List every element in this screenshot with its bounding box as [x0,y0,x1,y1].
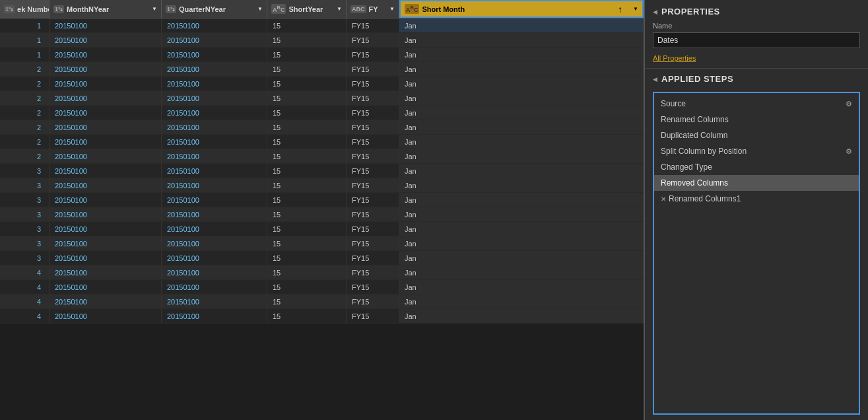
cell-shortmonth: Jan [399,18,644,32]
cell-week-number: 2 [0,120,50,134]
cell-quarternyear: 20150100 [162,295,267,308]
table-row: 1 20150100 20150100 15 FY15 Jan [0,18,644,33]
step-item-renamed-columns1[interactable]: ✕ Renamed Columns1 [654,191,859,207]
step-item-split-column-by-position[interactable]: Split Column by Position ⚙ [654,143,859,159]
all-properties-link[interactable]: All Properties [653,54,696,62]
cell-fy: FY15 [347,251,399,265]
cell-shortyear: 15 [267,149,347,163]
shortyear-type-icon: ABC [271,4,286,14]
step-gear-icon[interactable]: ⚙ [846,100,852,108]
cell-fy: FY15 [347,236,399,250]
cell-fy: FY15 [347,164,399,178]
cell-shortyear: 15 [267,309,347,323]
cell-shortyear: 15 [267,62,347,76]
shortyear-dropdown-arrow[interactable]: ▼ [337,6,342,12]
table-row: 2 20150100 20150100 15 FY15 Jan [0,77,644,91]
step-item-duplicated-column[interactable]: Duplicated Column [654,127,859,143]
properties-header: ◀ PROPERTIES [653,7,860,17]
cell-quarternyear: 20150100 [162,280,267,294]
cell-shortmonth: Jan [399,207,644,221]
table-row: 2 20150100 20150100 15 FY15 Jan [0,135,644,149]
cell-fy: FY15 [347,91,399,105]
cell-fy: FY15 [347,149,399,163]
table-row: 3 20150100 20150100 15 FY15 Jan [0,251,644,265]
cell-quarternyear: 20150100 [162,120,267,134]
cell-shortmonth: Jan [399,106,644,120]
step-x-icon[interactable]: ✕ [661,195,666,203]
cell-fy: FY15 [347,120,399,134]
cell-week-number: 3 [0,207,50,221]
shortmonth-type-icon: ABC [405,4,419,14]
cell-week-number: 1 [0,18,50,32]
step-item-changed-type[interactable]: Changed Type [654,159,859,175]
cell-monthnyear: 20150100 [50,193,162,207]
name-input[interactable] [653,32,860,48]
cell-week-number: 2 [0,106,50,120]
cell-monthnyear: 20150100 [50,33,162,47]
cell-week-number: 3 [0,193,50,207]
step-item-source[interactable]: Source ⚙ [654,96,859,112]
step-item-renamed-columns[interactable]: Renamed Columns [654,112,859,127]
cell-shortmonth: Jan [399,251,644,265]
cell-shortyear: 15 [267,135,347,149]
cell-shortyear: 15 [267,178,347,192]
cell-week-number: 4 [0,309,50,323]
col-header-fy[interactable]: ABC FY ▼ [347,0,399,18]
col-header-fy-label: FY [369,5,378,13]
cell-shortyear: 15 [267,222,347,236]
table-header: 1²₃ ek Number ▼ 1²₃ MonthNYear ▼ 1²₃ Qua… [0,0,644,18]
col-header-quarternyear-label: QuarterNYear [179,5,226,13]
monthnyear-dropdown-arrow[interactable]: ▼ [152,6,157,12]
table-row: 1 20150100 20150100 15 FY15 Jan [0,33,644,48]
table-row: 3 20150100 20150100 15 FY15 Jan [0,178,644,193]
step-label-renamed-columns1: Renamed Columns1 [669,194,852,203]
cell-monthnyear: 20150100 [50,295,162,308]
cell-monthnyear: 20150100 [50,164,162,178]
cell-shortyear: 15 [267,193,347,207]
table-row: 2 20150100 20150100 15 FY15 Jan [0,106,644,120]
cell-monthnyear: 20150100 [50,48,162,61]
cell-monthnyear: 20150100 [50,91,162,105]
step-gear-icon[interactable]: ⚙ [846,147,852,156]
quarternyear-dropdown-arrow[interactable]: ▼ [257,6,263,12]
properties-section: ◀ PROPERTIES Name All Properties [645,0,868,69]
cell-fy: FY15 [347,265,399,279]
cell-shortmonth: Jan [399,135,644,149]
table-row: 4 20150100 20150100 15 FY15 Jan [0,265,644,280]
properties-collapse-icon[interactable]: ◀ [653,9,657,15]
cell-quarternyear: 20150100 [162,265,267,279]
cell-shortmonth: Jan [399,33,644,47]
shortmonth-dropdown-arrow[interactable]: ▼ [633,6,638,12]
cell-shortmonth: Jan [399,48,644,61]
fy-dropdown-arrow[interactable]: ▼ [389,6,395,12]
cell-shortyear: 15 [267,18,347,32]
cell-week-number: 4 [0,265,50,279]
cell-week-number: 4 [0,280,50,294]
cell-monthnyear: 20150100 [50,62,162,76]
col-header-week-number[interactable]: 1²₃ ek Number ▼ [0,0,50,18]
col-header-monthnyear[interactable]: 1²₃ MonthNYear ▼ [50,0,162,18]
col-header-quarternyear[interactable]: 1²₃ QuarterNYear ▼ [162,0,267,18]
cell-fy: FY15 [347,178,399,192]
col-header-shortyear[interactable]: ABC ShortYear ▼ [267,0,347,18]
cell-quarternyear: 20150100 [162,207,267,221]
cell-fy: FY15 [347,295,399,308]
table-row: 3 20150100 20150100 15 FY15 Jan [0,207,644,222]
step-item-removed-columns[interactable]: Removed Columns [654,175,859,191]
cell-shortmonth: Jan [399,280,644,294]
step-label-split-column-by-position: Split Column by Position [661,147,846,156]
table-row: 2 20150100 20150100 15 FY15 Jan [0,91,644,106]
step-label-source: Source [661,99,846,108]
col-header-shortmonth[interactable]: ABC Short Month ▼ ↑ [399,0,644,18]
cell-week-number: 1 [0,33,50,47]
cell-week-number: 3 [0,164,50,178]
cell-monthnyear: 20150100 [50,178,162,192]
cell-shortyear: 15 [267,106,347,120]
cell-shortmonth: Jan [399,91,644,105]
applied-steps-collapse-icon[interactable]: ◀ [653,76,657,83]
cell-quarternyear: 20150100 [162,193,267,207]
week-number-type-icon: 1²₃ [4,5,15,13]
cell-fy: FY15 [347,222,399,236]
cell-quarternyear: 20150100 [162,222,267,236]
cell-quarternyear: 20150100 [162,251,267,265]
